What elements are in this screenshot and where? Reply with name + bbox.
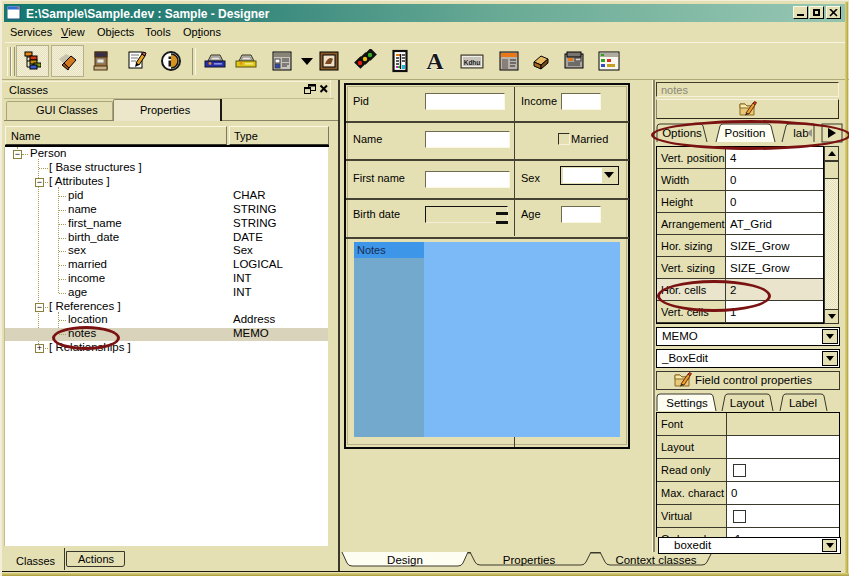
svg-text:A: A	[426, 49, 444, 73]
svg-text:Kdhu: Kdhu	[464, 59, 481, 66]
svg-text:Context classes: Context classes	[615, 554, 696, 566]
svg-text:Properties: Properties	[503, 554, 556, 566]
svg-text:Settings: Settings	[666, 397, 708, 409]
svg-text:Layout: Layout	[730, 397, 765, 409]
svg-text:Design: Design	[387, 554, 423, 566]
svg-text:Label: Label	[789, 397, 817, 409]
